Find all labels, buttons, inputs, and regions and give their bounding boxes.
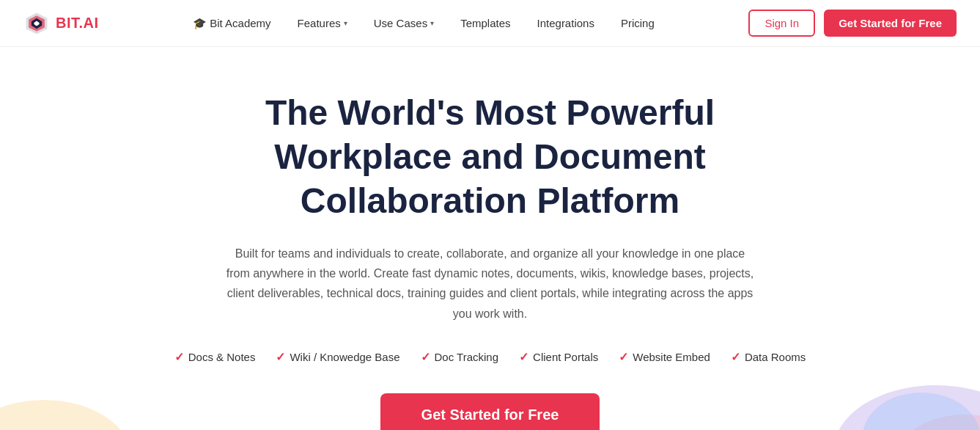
check-icon-client-portals: ✓ (519, 350, 528, 364)
features-chevron-icon: ▾ (344, 19, 347, 27)
features-label: Features (298, 17, 341, 29)
nav-links: 🎓 Bit Academy Features ▾ Use Cases ▾ Tem… (99, 11, 749, 36)
feature-item-docs-notes: ✓ Docs & Notes (174, 350, 256, 364)
integrations-label: Integrations (537, 17, 594, 29)
feature-label-client-portals: Client Portals (533, 351, 598, 363)
feature-item-doc-tracking: ✓ Doc Tracking (421, 350, 499, 364)
nav-item-use-cases[interactable]: Use Cases ▾ (364, 11, 444, 35)
academy-label: Bit Academy (210, 17, 270, 29)
nav-actions: Sign In Get Started for Free (748, 10, 957, 37)
hero-title-line1: The World's Most Powerful (265, 93, 715, 132)
navbar: BIT.AI 🎓 Bit Academy Features ▾ Use Case… (0, 0, 980, 47)
feature-label-wiki: Wiki / Knowedge Base (290, 351, 399, 363)
blob-left-decoration (0, 363, 147, 430)
logo[interactable]: BIT.AI (23, 10, 99, 37)
nav-item-pricing[interactable]: Pricing (611, 11, 665, 35)
feature-item-website-embed: ✓ Website Embed (619, 350, 710, 364)
blob-right-decoration (789, 349, 980, 430)
nav-item-integrations[interactable]: Integrations (527, 11, 605, 35)
nav-item-features[interactable]: Features ▾ (287, 11, 358, 35)
signin-button[interactable]: Sign In (748, 10, 815, 37)
academy-icon: 🎓 (193, 17, 207, 30)
feature-item-wiki: ✓ Wiki / Knowedge Base (276, 350, 399, 364)
hero-section: The World's Most Powerful Workplace and … (0, 47, 980, 430)
svg-point-4 (0, 400, 132, 430)
check-icon-docs: ✓ (174, 350, 184, 364)
nav-getstarted-button[interactable]: Get Started for Free (824, 10, 957, 37)
logo-icon (23, 10, 50, 37)
hero-title: The World's Most Powerful Workplace and … (190, 91, 791, 223)
hero-subtitle: Built for teams and individuals to creat… (226, 244, 754, 324)
templates-label: Templates (460, 17, 510, 29)
use-cases-label: Use Cases (374, 17, 427, 29)
feature-label-doc-tracking: Doc Tracking (435, 351, 499, 363)
feature-list: ✓ Docs & Notes ✓ Wiki / Knowedge Base ✓ … (174, 350, 806, 364)
feature-item-client-portals: ✓ Client Portals (519, 350, 598, 364)
check-icon-website-embed: ✓ (619, 350, 628, 364)
use-cases-chevron-icon: ▾ (430, 19, 434, 27)
check-icon-wiki: ✓ (276, 350, 285, 364)
hero-getstarted-button[interactable]: Get Started for Free (380, 393, 600, 430)
logo-text: BIT.AI (56, 15, 99, 32)
nav-item-templates[interactable]: Templates (450, 11, 520, 35)
feature-label-website-embed: Website Embed (633, 351, 710, 363)
feature-label-docs-notes: Docs & Notes (188, 351, 256, 363)
nav-item-academy[interactable]: 🎓 Bit Academy (183, 11, 281, 36)
check-icon-doc-tracking: ✓ (421, 350, 430, 364)
hero-title-line2: Workplace and Document Collaboration Pla… (274, 137, 706, 220)
check-icon-data-rooms: ✓ (731, 350, 740, 364)
pricing-label: Pricing (621, 17, 655, 29)
